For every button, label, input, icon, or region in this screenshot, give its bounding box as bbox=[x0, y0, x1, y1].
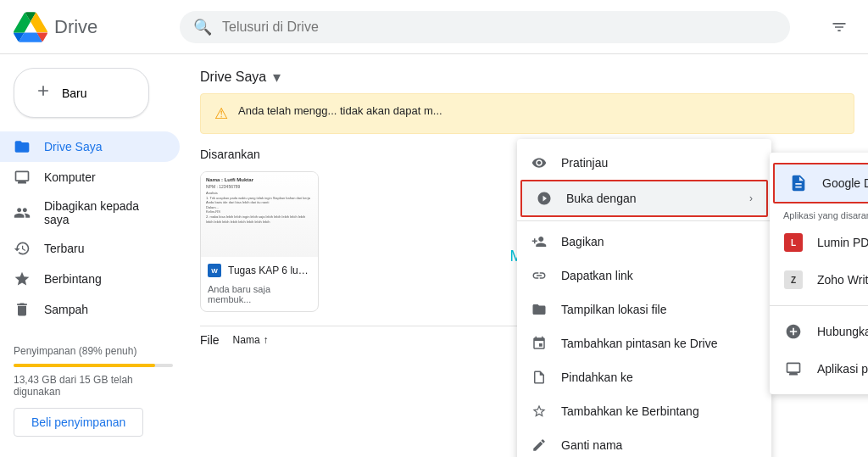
search-input[interactable] bbox=[222, 20, 776, 35]
menu-item-tambahkan-berbintang[interactable]: Tambahkan ke Berbintang bbox=[517, 394, 771, 428]
storage-title: Penyimpanan (89% penuh) bbox=[14, 345, 173, 357]
submenu-item-google-dokumen[interactable]: Google Dokumen bbox=[773, 163, 868, 203]
dapatkan-link-label: Dapatkan link bbox=[561, 269, 758, 282]
file-card-sub: Anda baru saja membuk... bbox=[201, 284, 318, 311]
submenu-section-label: Aplikasi yang disarankan bbox=[770, 207, 868, 224]
submenu-divider bbox=[770, 305, 868, 306]
sidebar-item-komputer[interactable]: Komputer bbox=[0, 162, 180, 192]
sidebar-item-label: Sampah bbox=[44, 303, 88, 316]
pratinjau-label: Pratinjau bbox=[561, 156, 758, 170]
sort-icon: ↑ bbox=[264, 334, 269, 346]
sidebar: Baru Drive Saya Komputer Dibagikan kepad… bbox=[0, 54, 186, 457]
ganti-nama-label: Ganti nama bbox=[561, 438, 758, 452]
filter-icon[interactable] bbox=[824, 12, 854, 42]
pindahkan-ke-icon bbox=[531, 369, 548, 386]
menu-item-ganti-nama[interactable]: Ganti nama bbox=[517, 428, 771, 457]
tampilkan-lokasi-icon bbox=[531, 301, 548, 318]
submenu-item-aplikasi-komputer[interactable]: Aplikasi pada Komputer Anda bbox=[770, 350, 868, 387]
sidebar-item-label: Drive Saya bbox=[44, 140, 102, 153]
sidebar-item-berbintang[interactable]: Berbintang bbox=[0, 264, 180, 294]
pindahkan-ke-label: Pindahkan ke bbox=[561, 371, 758, 384]
file-card[interactable]: Nama : Lutfi Muktar NPM : 123456789 Anal… bbox=[200, 171, 319, 312]
sidebar-item-label: Berbintang bbox=[44, 272, 102, 286]
menu-item-dapatkan-link[interactable]: Dapatkan link bbox=[517, 259, 771, 293]
sidebar-item-label: Komputer bbox=[44, 170, 96, 184]
zoho-writer-label: Zoho Writer bbox=[817, 273, 868, 287]
sidebar-item-sampah[interactable]: Sampah bbox=[0, 294, 180, 325]
menu-item-bagikan[interactable]: Bagikan bbox=[517, 225, 771, 259]
sort-label: Nama bbox=[233, 334, 260, 346]
bagikan-icon bbox=[531, 233, 548, 250]
lumin-pdf-label: Lumin PDF - Edit or Sign Documents bbox=[817, 236, 868, 249]
chevron-down-icon[interactable]: ▾ bbox=[273, 68, 281, 86]
tambahkan-berbintang-icon bbox=[531, 403, 548, 420]
tambahkan-pintasan-label: Tambahkan pintasan ke Drive bbox=[561, 337, 758, 350]
menu-item-tampilkan-lokasi[interactable]: Tampilkan lokasi file bbox=[517, 293, 771, 326]
app-header: Drive 🔍 bbox=[0, 0, 868, 54]
menu-divider-1 bbox=[517, 220, 771, 221]
file-preview-content: Nama : Lutfi Muktar NPM : 123456789 Anal… bbox=[201, 172, 318, 257]
file-preview: Nama : Lutfi Muktar NPM : 123456789 Anal… bbox=[201, 172, 318, 257]
file-card-name: Tugas KAP 6 lutfi I bbox=[228, 265, 311, 276]
context-menu: Pratinjau Buka dengan › Bagikan bbox=[517, 139, 771, 457]
sidebar-item-drive-saya[interactable]: Drive Saya bbox=[0, 131, 180, 162]
app-name: Drive bbox=[54, 16, 97, 38]
zoho-icon: Z bbox=[783, 270, 804, 290]
tambahkan-berbintang-label: Tambahkan ke Berbintang bbox=[561, 404, 758, 418]
terbaru-icon bbox=[14, 240, 31, 257]
google-docs-icon bbox=[788, 173, 809, 193]
drive-logo-icon bbox=[14, 10, 47, 44]
sidebar-item-dibagikan[interactable]: Dibagikan kepada saya bbox=[0, 192, 180, 233]
plus-icon bbox=[35, 82, 52, 103]
sidebar-item-label: Terbaru bbox=[44, 242, 84, 255]
dapatkan-link-icon bbox=[531, 267, 548, 284]
warning-banner: ⚠ Anda telah mengg... tidak akan dapat m… bbox=[200, 93, 854, 134]
menu-item-tambahkan-pintasan[interactable]: Tambahkan pintasan ke Drive bbox=[517, 326, 771, 360]
header-actions bbox=[824, 12, 854, 42]
content-title: Drive Saya bbox=[200, 70, 266, 85]
dibagikan-icon bbox=[14, 204, 31, 221]
files-section-title: File bbox=[200, 333, 220, 347]
buka-dengan-icon bbox=[536, 190, 553, 207]
submenu-item-hubungkan[interactable]: Hubungkan aplikasi lainnya bbox=[770, 313, 868, 350]
pratinjau-icon bbox=[531, 154, 548, 171]
warning-icon: ⚠ bbox=[214, 104, 228, 123]
monitor-icon bbox=[783, 359, 804, 379]
buy-storage-button[interactable]: Beli penyimpanan bbox=[14, 408, 143, 437]
sort-button[interactable]: Nama ↑ bbox=[233, 334, 269, 346]
chevron-right-icon: › bbox=[749, 192, 753, 204]
search-icon: 🔍 bbox=[193, 18, 212, 36]
sidebar-item-terbaru[interactable]: Terbaru bbox=[0, 233, 180, 264]
storage-bar bbox=[14, 364, 173, 367]
aplikasi-komputer-label: Aplikasi pada Komputer Anda bbox=[817, 362, 868, 376]
word-icon: W bbox=[208, 264, 221, 277]
storage-detail: 13,43 GB dari 15 GB telah digunakan bbox=[14, 374, 173, 398]
menu-item-buka-dengan[interactable]: Buka dengan › bbox=[520, 180, 768, 217]
new-button-label: Baru bbox=[62, 86, 87, 100]
search-bar[interactable]: 🔍 bbox=[180, 11, 790, 43]
menu-item-pratinjau[interactable]: Pratinjau bbox=[517, 146, 771, 180]
sampah-icon bbox=[14, 301, 31, 318]
warning-text: Anda telah mengg... tidak akan dapat m..… bbox=[238, 104, 442, 117]
storage-section: Penyimpanan (89% penuh) 13,43 GB dari 15… bbox=[0, 332, 186, 450]
submenu: Google Dokumen Aplikasi yang disarankan … bbox=[770, 153, 868, 394]
bagikan-label: Bagikan bbox=[561, 235, 758, 248]
komputer-icon bbox=[14, 169, 31, 186]
lumin-icon: L bbox=[783, 232, 804, 253]
hubungkan-label: Hubungkan aplikasi lainnya bbox=[817, 325, 868, 338]
plus-circle-icon bbox=[783, 321, 804, 342]
main-layout: Baru Drive Saya Komputer Dibagikan kepad… bbox=[0, 54, 868, 457]
berbintang-icon bbox=[14, 270, 31, 287]
menu-item-pindahkan-ke[interactable]: Pindahkan ke bbox=[517, 360, 771, 394]
drive-saya-icon bbox=[14, 138, 31, 155]
main-content: Drive Saya ▾ ⚠ Anda telah mengg... tidak… bbox=[186, 54, 868, 457]
content-header: Drive Saya ▾ bbox=[200, 54, 854, 93]
tampilkan-lokasi-label: Tampilkan lokasi file bbox=[561, 303, 758, 316]
buka-dengan-label: Buka dengan bbox=[566, 192, 736, 205]
file-card-info: W Tugas KAP 6 lutfi I bbox=[201, 257, 318, 284]
app-logo: Drive bbox=[14, 10, 166, 44]
sidebar-item-label: Dibagikan kepada saya bbox=[44, 199, 166, 226]
submenu-item-zoho-writer[interactable]: Z Zoho Writer bbox=[770, 261, 868, 298]
new-button[interactable]: Baru bbox=[14, 68, 149, 118]
submenu-item-lumin-pdf[interactable]: L Lumin PDF - Edit or Sign Documents bbox=[770, 224, 868, 261]
